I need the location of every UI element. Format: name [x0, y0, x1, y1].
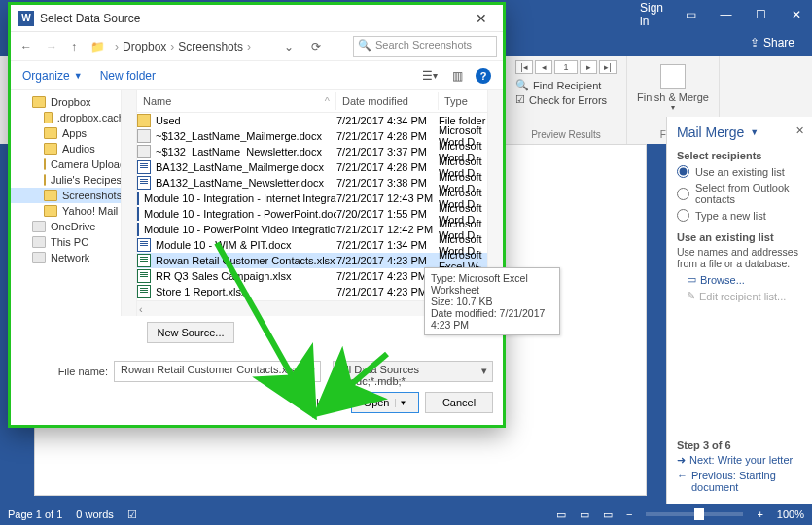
xls-file-icon	[137, 269, 151, 283]
nav-back-button[interactable]: ←	[17, 38, 36, 55]
tree-item[interactable]: OneDrive	[11, 219, 136, 234]
share-icon: ⇪	[750, 36, 759, 50]
zoom-in-button[interactable]: +	[757, 508, 762, 520]
option-outlook-contacts[interactable]: Select from Outlook contacts	[677, 182, 802, 205]
drive-icon	[32, 236, 46, 248]
prev-step-link[interactable]: ←Previous: Starting document	[677, 470, 802, 493]
file-name: BA132_LastName_Mailmerge.docx	[156, 161, 324, 173]
folder-file-icon	[137, 114, 151, 127]
maximize-button[interactable]: ☐	[754, 0, 769, 29]
edit-icon: ✎	[687, 290, 695, 302]
doc-file-icon	[137, 192, 139, 205]
new-folder-button[interactable]: New folder	[100, 69, 156, 83]
file-name: Module 10 - WIM & PIT.docx	[156, 239, 291, 251]
nav-fwd-button[interactable]: →	[42, 38, 61, 55]
search-input[interactable]: Search Screenshots	[353, 36, 497, 57]
cancel-button[interactable]: Cancel	[425, 392, 493, 413]
open-dropdown-icon[interactable]: ▼	[395, 399, 407, 407]
view-mode-button[interactable]: ☰▾	[421, 67, 439, 85]
tree-item[interactable]: Julie's Recipes fr	[11, 172, 136, 188]
breadcrumb-item[interactable]: Dropbox	[123, 40, 166, 53]
option-existing-list[interactable]: Use an existing list	[677, 165, 802, 178]
check-errors-button[interactable]: ☑Check for Errors	[515, 92, 617, 107]
organize-menu[interactable]: Organize ▼	[22, 69, 83, 83]
xls-file-icon	[137, 285, 151, 298]
refresh-button[interactable]: ⟳	[307, 38, 325, 55]
taskpane-close-button[interactable]: ✕	[795, 124, 804, 137]
file-date: 7/21/2017 4:28 PM	[336, 161, 439, 173]
help-button[interactable]: ?	[476, 68, 491, 84]
nav-last-button[interactable]: ▸|	[599, 60, 617, 74]
ribbon-options-icon[interactable]: ▭	[683, 0, 698, 29]
preview-pane-button[interactable]: ▥	[448, 67, 466, 85]
file-date: 7/21/2017 4:23 PM	[336, 255, 439, 266]
column-date[interactable]: Date modified	[336, 92, 439, 110]
tree-item[interactable]: Yahoo! Mail	[11, 203, 136, 219]
breadcrumb-dropdown[interactable]: ⌄	[280, 38, 298, 55]
share-button[interactable]: ⇪Share	[742, 34, 802, 52]
use-existing-desc: Use names and addresses from a file or a…	[677, 246, 802, 269]
status-bar: Page 1 of 1 0 words ☑ ▭ ▭ ▭ − + 100%	[0, 504, 812, 525]
tree-item[interactable]: Audios	[11, 141, 136, 157]
tree-item[interactable]: Apps	[11, 125, 136, 141]
doc-file-icon	[137, 160, 151, 174]
view-web-icon[interactable]: ▭	[603, 508, 613, 521]
filename-combo[interactable]: Rowan Retail Customer Contacts.xlsx	[114, 361, 321, 382]
tree-item[interactable]: Network	[11, 250, 136, 265]
view-print-icon[interactable]: ▭	[580, 508, 589, 521]
tree-item-label: Julie's Recipes fr	[51, 174, 131, 186]
breadcrumb: › Dropbox › Screenshots ›	[115, 40, 251, 53]
nav-first-button[interactable]: |◂	[515, 60, 533, 74]
find-recipient-button[interactable]: 🔍Find Recipient	[515, 78, 617, 92]
file-name: ~$132_LastName_Newsletter.docx	[156, 146, 322, 158]
word-count[interactable]: 0 words	[76, 508, 114, 520]
next-step-link[interactable]: ➜Next: Write your letter	[677, 454, 802, 467]
drive-icon	[32, 252, 46, 263]
open-button[interactable]: Open▼	[351, 392, 419, 413]
file-name: Used	[156, 115, 181, 126]
mail-merge-taskpane: ✕ Mail Merge▼ Select recipients Use an e…	[666, 117, 812, 504]
nav-next-button[interactable]: ▸	[580, 60, 597, 74]
chevron-down-icon[interactable]: ▼	[750, 127, 759, 137]
doc-file-icon	[137, 238, 151, 252]
new-source-button[interactable]: New Source...	[147, 322, 234, 343]
folder-icon	[44, 190, 57, 201]
page-indicator[interactable]: Page 1 of 1	[8, 508, 62, 520]
filetype-filter-combo[interactable]: All Data Sources (*.odc;*.mdb;*	[333, 361, 493, 382]
drive-icon	[32, 221, 46, 232]
minimize-button[interactable]: —	[718, 0, 733, 29]
browse-link[interactable]: ▭Browse...	[687, 273, 802, 286]
tree-item-label: OneDrive	[51, 221, 95, 232]
zoom-slider[interactable]	[646, 512, 743, 516]
view-read-icon[interactable]: ▭	[556, 508, 566, 521]
zoom-out-button[interactable]: −	[626, 508, 632, 520]
tree-item[interactable]: Camera Uploads	[11, 157, 136, 172]
nav-prev-button[interactable]: ◂	[535, 60, 552, 74]
zoom-percent[interactable]: 100%	[777, 508, 804, 520]
sign-in-link[interactable]: Sign in	[640, 1, 663, 28]
spellcheck-icon[interactable]: ☑	[127, 508, 137, 521]
tree-item-label: Dropbox	[51, 96, 91, 108]
tree-item[interactable]: Dropbox	[11, 94, 136, 110]
file-name: Module 10 - Integration - PowerPoint.doc…	[144, 208, 336, 220]
select-data-source-dialog: W Select Data Source ✕ ← → ↑ 📁 › Dropbox…	[8, 2, 506, 428]
tree-item[interactable]: .dropbox.cache	[11, 110, 136, 125]
nav-up-button[interactable]: ↑	[67, 38, 81, 55]
file-date: 7/21/2017 1:34 PM	[336, 239, 439, 251]
tools-menu[interactable]: Tools ▼	[299, 397, 335, 408]
doc-file-icon	[137, 176, 151, 190]
edit-recipient-list-link: ✎Edit recipient list...	[687, 290, 802, 302]
breadcrumb-item[interactable]: Screenshots	[178, 40, 243, 53]
close-window-button[interactable]: ✕	[789, 0, 804, 29]
tree-item[interactable]: This PC	[11, 234, 136, 250]
record-number-field[interactable]: 1	[554, 60, 578, 74]
finish-merge-icon	[660, 64, 686, 89]
finish-merge-button[interactable]: Finish & Merge▾	[637, 60, 709, 112]
tree-item-label: Camera Uploads	[51, 158, 131, 170]
column-name[interactable]: Name ^	[137, 92, 336, 110]
tree-item[interactable]: Screenshots	[11, 188, 136, 203]
option-new-list[interactable]: Type a new list	[677, 209, 802, 222]
tree-scrollbar[interactable]	[121, 90, 136, 316]
folder-icon	[44, 143, 57, 155]
dialog-close-button[interactable]: ✕	[468, 7, 495, 30]
